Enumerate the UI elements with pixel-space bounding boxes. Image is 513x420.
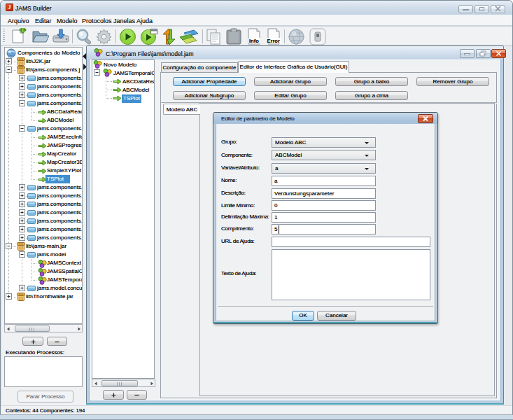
- svg-text:Info: Info: [249, 38, 259, 44]
- svg-text:Error: Error: [267, 38, 280, 44]
